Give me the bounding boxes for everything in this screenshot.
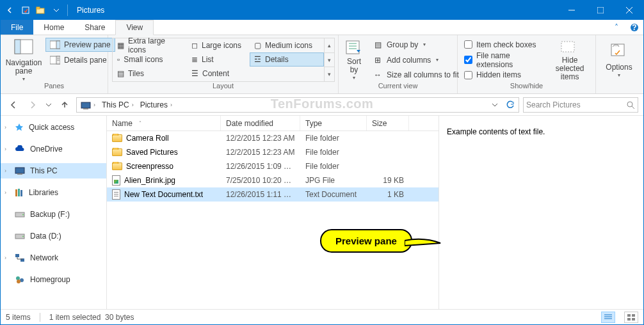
- chevron-down-icon[interactable]: ▾: [325, 53, 334, 68]
- layout-extra-large[interactable]: ▦Extra large icons: [113, 38, 187, 52]
- breadcrumb-pictures[interactable]: Pictures›: [138, 100, 175, 109]
- qat-back-icon[interactable]: [3, 3, 17, 17]
- svg-rect-40: [627, 318, 631, 321]
- address-bar[interactable]: › This PC› Pictures›: [76, 97, 519, 113]
- chevron-up-icon[interactable]: ▴: [325, 38, 334, 53]
- close-button[interactable]: [615, 1, 643, 20]
- breadcrumb-thispc[interactable]: This PC›: [99, 100, 136, 109]
- svg-rect-10: [15, 40, 20, 54]
- table-row[interactable]: Alien_Brink.jpg7/25/2010 10:20 PMJPG Fil…: [107, 173, 439, 187]
- back-button[interactable]: [6, 97, 21, 113]
- nav-this-pc[interactable]: ›This PC: [1, 163, 106, 178]
- layout-content[interactable]: ☰Content: [187, 67, 250, 81]
- col-type[interactable]: Type: [300, 116, 367, 131]
- layout-details[interactable]: ☲Details: [250, 52, 324, 67]
- address-bar-row: › This PC› Pictures› Search Pictures: [1, 94, 643, 116]
- nav-network[interactable]: ›Network: [1, 250, 106, 266]
- search-input[interactable]: Search Pictures: [523, 97, 638, 113]
- svg-rect-41: [632, 318, 635, 321]
- qat-customize-icon[interactable]: [49, 3, 63, 17]
- navigation-pane-button[interactable]: Navigation pane ▾: [4, 38, 43, 82]
- view-details-button[interactable]: [601, 312, 615, 323]
- window-title: Pictures: [70, 6, 557, 15]
- size-columns-icon: ↔: [373, 70, 383, 80]
- forward-button[interactable]: [25, 97, 40, 113]
- file-extensions-toggle[interactable]: File name extensions: [462, 53, 545, 67]
- minimize-button[interactable]: [557, 1, 586, 20]
- table-row[interactable]: Saved Pictures12/2/2015 12:23 AMFile fol…: [107, 145, 439, 159]
- svg-rect-2: [36, 7, 40, 9]
- details-pane-icon: [50, 55, 60, 65]
- address-dropdown-button[interactable]: [488, 102, 502, 107]
- file-date: 12/26/2015 1:11 PM: [221, 190, 300, 199]
- tab-home[interactable]: Home: [33, 20, 74, 35]
- libraries-icon: [15, 188, 24, 197]
- hide-selected-button[interactable]: Hide selected items: [548, 38, 592, 82]
- table-row[interactable]: New Text Document.txt12/26/2015 1:11 PMT…: [107, 187, 439, 202]
- preview-pane-icon: [50, 40, 60, 50]
- layout-tiles[interactable]: ▤Tiles: [113, 67, 187, 81]
- status-item-count: 5 items: [6, 313, 31, 322]
- callout-tail-icon: [405, 235, 443, 251]
- col-date[interactable]: Date modified: [221, 116, 300, 131]
- file-list: Name˄ Date modified Type Size Camera Rol…: [107, 116, 439, 309]
- network-icon: [15, 253, 25, 262]
- file-type: JPG File: [300, 176, 367, 185]
- table-row[interactable]: Camera Roll12/2/2015 12:23 AMFile folder: [107, 131, 439, 145]
- qat-properties-icon[interactable]: [19, 3, 33, 17]
- tab-file[interactable]: File: [1, 20, 33, 35]
- help-icon[interactable]: ?: [625, 20, 643, 35]
- nav-data-drive[interactable]: Data (D:): [1, 228, 106, 244]
- expand-icon[interactable]: ▾: [325, 67, 334, 81]
- view-large-icons-button[interactable]: [624, 312, 638, 323]
- hidden-items-toggle[interactable]: Hidden items: [462, 68, 545, 83]
- content-icon: ☰: [191, 69, 198, 78]
- ribbon: Navigation pane ▾ Preview pane Details p…: [1, 35, 643, 94]
- svg-rect-38: [627, 314, 631, 317]
- nav-quick-access[interactable]: ›Quick access: [1, 120, 106, 135]
- recent-locations-button[interactable]: [44, 97, 53, 113]
- preview-content: Example contents of text file.: [447, 127, 545, 136]
- item-checkboxes-toggle[interactable]: Item check boxes: [462, 38, 545, 52]
- layout-large[interactable]: ◻Large icons: [187, 38, 250, 52]
- breadcrumb-root-icon[interactable]: ›: [78, 100, 98, 109]
- qat-newfolder-icon[interactable]: [34, 3, 48, 17]
- preview-pane-button[interactable]: Preview pane: [45, 38, 115, 52]
- column-headers[interactable]: Name˄ Date modified Type Size: [107, 116, 439, 131]
- table-row[interactable]: Screenpresso12/26/2015 1:09 PMFile folde…: [107, 159, 439, 173]
- sort-by-button[interactable]: Sort by▾: [342, 38, 366, 82]
- navigation-pane-icon: [13, 37, 34, 58]
- col-name[interactable]: Name˄: [107, 116, 221, 131]
- details-icon: ☲: [254, 55, 261, 64]
- nav-homegroup[interactable]: Homegroup: [1, 272, 106, 287]
- nav-backup-drive[interactable]: Backup (F:): [1, 207, 106, 222]
- list-icon: ≣: [191, 55, 198, 64]
- file-size: 19 KB: [367, 176, 409, 185]
- group-by-button[interactable]: ▤Group by▾: [368, 38, 463, 52]
- maximize-button[interactable]: [586, 1, 615, 20]
- tab-view[interactable]: View: [115, 20, 154, 35]
- size-columns-button[interactable]: ↔Size all columns to fit: [368, 68, 463, 82]
- file-name: Saved Pictures: [126, 148, 178, 157]
- status-bar: 5 items 1 item selected 30 bytes: [1, 309, 643, 324]
- add-columns-button[interactable]: ⊞Add columns▾: [368, 53, 463, 67]
- layout-list[interactable]: ≣List: [187, 52, 250, 67]
- refresh-button[interactable]: [503, 100, 517, 109]
- pc-icon: [15, 166, 25, 175]
- sort-icon: [344, 38, 364, 56]
- ribbon-expand-icon[interactable]: ˄: [608, 20, 625, 35]
- hide-selected-icon: [559, 38, 580, 55]
- col-size[interactable]: Size: [367, 116, 409, 131]
- svg-rect-28: [20, 190, 22, 196]
- nav-libraries[interactable]: ›Libraries: [1, 185, 106, 200]
- layout-medium[interactable]: ▢Medium icons: [250, 38, 324, 52]
- file-date: 12/2/2015 12:23 AM: [221, 148, 300, 157]
- tab-share[interactable]: Share: [74, 20, 115, 35]
- up-button[interactable]: [57, 97, 72, 113]
- svg-point-30: [22, 214, 24, 216]
- layout-small[interactable]: ▫Small icons: [113, 52, 187, 67]
- layout-scroll[interactable]: ▴▾▾: [324, 38, 334, 81]
- details-pane-button[interactable]: Details pane: [45, 53, 115, 67]
- nav-onedrive[interactable]: ›OneDrive: [1, 141, 106, 157]
- options-button[interactable]: Options▾: [600, 38, 638, 82]
